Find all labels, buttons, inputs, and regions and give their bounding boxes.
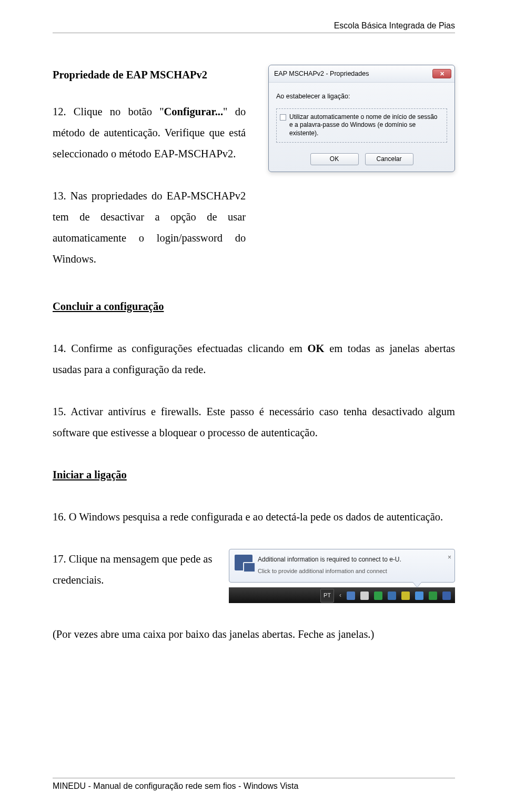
dialog-titlebar: EAP MSCHAPv2 - Propriedades ✕: [269, 65, 454, 83]
tooltip-close-icon[interactable]: ×: [448, 552, 451, 564]
tray-icon-6[interactable]: [415, 592, 423, 600]
close-icon[interactable]: ✕: [432, 69, 451, 78]
taskbar-language[interactable]: PT: [320, 589, 334, 602]
auto-login-checkbox[interactable]: [280, 114, 286, 121]
section-row-notification: 17. Clique na mensagem que pede as crede…: [53, 549, 455, 604]
document-body: Propriedade de EAP MSCHAPv2 12. Clique n…: [53, 65, 455, 645]
paragraph-17: 17. Clique na mensagem que pede as crede…: [53, 549, 214, 591]
p14-bold: OK: [308, 343, 325, 354]
tray-icon-4[interactable]: [388, 592, 396, 600]
paragraph-14: 14. Confirme as configurações efectuadas…: [53, 338, 455, 380]
eap-dialog: EAP MSCHAPv2 - Propriedades ✕ Ao estabel…: [268, 65, 455, 172]
text-column-left: Propriedade de EAP MSCHAPv2 12. Clique n…: [53, 65, 246, 270]
tooltip-subtitle: Click to provide additional information …: [258, 566, 449, 577]
header-school: Escola Básica Integrada de Pias: [334, 21, 455, 30]
section-title-prop: Propriedade de EAP MSCHAPv2: [53, 65, 246, 86]
tooltip-tail: [413, 582, 421, 587]
heading-iniciar: Iniciar a ligação: [53, 465, 455, 486]
p12-bold: Configurar...: [164, 106, 224, 117]
tray-expand-icon[interactable]: ‹: [339, 589, 341, 602]
paragraph-final: (Por vezes abre uma caixa por baixo das …: [53, 624, 455, 645]
image-column-dialog: EAP MSCHAPv2 - Propriedades ✕ Ao estabel…: [246, 65, 455, 172]
tray-icon-1[interactable]: [347, 592, 355, 600]
paragraph-15: 15. Activar antivírus e firewalls. Este …: [53, 402, 455, 444]
tray-icon-2[interactable]: [360, 592, 369, 600]
network-icon: [235, 555, 252, 570]
dialog-fieldset: Utilizar automaticamente o nome de iníci…: [276, 108, 447, 143]
tray-icon-3[interactable]: [374, 592, 382, 600]
tray-icon-5[interactable]: [401, 592, 410, 600]
text-column-left-2: 17. Clique na mensagem que pede as crede…: [53, 549, 214, 591]
paragraph-16: 16. O Windows pesquisa a rede configurad…: [53, 507, 455, 528]
footer-text: MINEDU - Manual de configuração rede sem…: [53, 781, 298, 790]
dialog-title-text: EAP MSCHAPv2 - Propriedades: [274, 67, 369, 80]
p12-prefix: 12. Clique no botão ": [53, 106, 164, 117]
close-glyph: ✕: [440, 71, 445, 77]
tooltip-texts: Additional information is required to co…: [258, 554, 449, 577]
network-tooltip[interactable]: Additional information is required to co…: [229, 549, 455, 583]
paragraph-12: 12. Clique no botão "Configurar..." do m…: [53, 102, 246, 165]
image-column-notification: Additional information is required to co…: [214, 549, 455, 604]
tray-icon-8[interactable]: [442, 592, 451, 600]
notification-container: Additional information is required to co…: [229, 549, 455, 604]
auto-login-label: Utilizar automaticamente o nome de iníci…: [289, 113, 442, 138]
tooltip-title: Additional information is required to co…: [258, 554, 449, 566]
cancel-button[interactable]: Cancelar: [365, 153, 413, 165]
dialog-button-row: OK Cancelar: [269, 148, 454, 172]
section-row-dialog: Propriedade de EAP MSCHAPv2 12. Clique n…: [53, 65, 455, 270]
paragraph-13: 13. Nas propriedades do EAP-MSCHAPv2 tem…: [53, 186, 246, 270]
dialog-body: Ao estabelecer a ligação: Utilizar autom…: [269, 83, 454, 147]
dialog-body-label: Ao estabelecer a ligação:: [276, 90, 447, 103]
ok-button[interactable]: OK: [310, 153, 359, 165]
tray-icon-7[interactable]: [429, 592, 437, 600]
p14-prefix: 14. Confirme as configurações efectuadas…: [53, 343, 308, 354]
taskbar: PT ‹: [229, 587, 455, 603]
heading-concluir: Concluir a configuração: [53, 296, 455, 317]
page-header: Escola Básica Integrada de Pias: [53, 21, 455, 33]
page-footer: MINEDU - Manual de configuração rede sem…: [53, 778, 455, 791]
